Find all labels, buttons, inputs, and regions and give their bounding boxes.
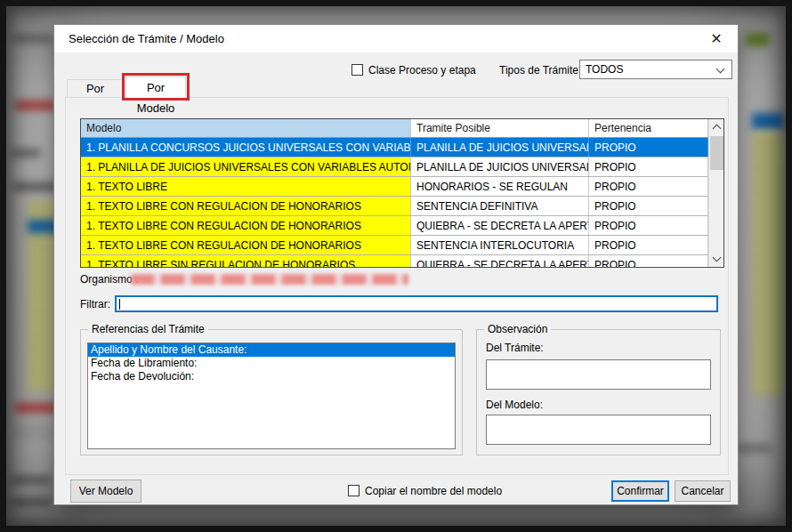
scroll-down-icon[interactable] (709, 252, 724, 267)
cell-pertenencia: PROPIO (589, 236, 708, 254)
cell-pertenencia: PROPIO (589, 216, 708, 235)
table-row[interactable]: 1. TEXTO LIBRE CON REGULACION DE HONORAR… (81, 236, 708, 255)
observacion-title: Observación (484, 323, 551, 335)
cell-pertenencia: PROPIO (589, 138, 708, 157)
del-modelo-label: Del Modelo: (486, 399, 543, 411)
tipos-tramite-select[interactable]: TODOS (579, 60, 732, 79)
cell-tramite: QUIEBRA - SE DECRETA LA APERT... (411, 255, 589, 267)
cell-pertenencia: PROPIO (589, 157, 708, 176)
confirmar-button[interactable]: Confirmar (611, 480, 669, 502)
tipos-tramite-value: TODOS (586, 63, 623, 76)
cell-tramite: SENTENCIA INTERLOCUTORIA (411, 236, 589, 254)
clase-proceso-label: Clase Proceso y etapa (368, 64, 476, 77)
tab-por-tramite[interactable]: Por Tramite (67, 79, 124, 98)
bg-red-text-blur (15, 101, 56, 110)
bg-right-selected-row-blur (752, 113, 784, 130)
observacion-groupbox: Observación Del Trámite: Del Modelo: (476, 329, 721, 455)
clase-proceso-checkbox[interactable] (352, 64, 363, 76)
tab-por-modelo[interactable]: Por Modelo (125, 77, 186, 98)
cell-pertenencia: PROPIO (589, 255, 708, 267)
chevron-down-icon (716, 65, 725, 74)
organismo-label: Organismo : (80, 273, 138, 286)
modelos-table: Modelo Tramite Posible Pertenencia 1. PL… (80, 118, 724, 268)
filter-input[interactable] (115, 295, 718, 312)
del-modelo-textarea[interactable] (486, 415, 711, 445)
copiar-nombre-label: Copiar el nombre del modelo (365, 485, 502, 497)
cell-tramite: HONORARIOS - SE REGULAN (411, 177, 589, 196)
text-caret (119, 299, 120, 310)
table-row[interactable]: 1. TEXTO LIBRE HONORARIOS - SE REGULAN P… (81, 177, 708, 197)
bg-right-list-blur (752, 132, 784, 395)
screen: Selección de Trámite / Modelo ✕ Clase Pr… (0, 0, 792, 532)
cancelar-button[interactable]: Cancelar (675, 480, 731, 502)
cell-tramite: QUIEBRA - SE DECRETA LA APERT... (411, 216, 589, 235)
bg-green-button-blur (746, 33, 769, 46)
cell-tramite: SENTENCIA DEFINITIVA (411, 197, 589, 215)
cell-modelo: 1. PLANILLA CONCURSOS JUICIOS UNIVERSALE… (81, 138, 411, 157)
copiar-nombre-checkbox[interactable] (348, 485, 360, 496)
del-tramite-label: Del Trámite: (486, 342, 544, 354)
column-header-pertenencia[interactable]: Pertenencia (589, 119, 708, 137)
organismo-value-redacted (131, 274, 408, 285)
list-item[interactable]: Fecha de Devolución: (88, 370, 455, 383)
table-row[interactable]: 1. TEXTO LIBRE CON REGULACION DE HONORAR… (81, 197, 708, 216)
list-item[interactable]: Fecha de Libramiento: (88, 357, 455, 370)
table-row[interactable]: 1. TEXTO LIBRE CON REGULACION DE HONORAR… (81, 216, 708, 236)
cell-modelo: 1. TEXTO LIBRE CON REGULACION DE HONORAR… (81, 236, 411, 254)
table-vertical-scrollbar[interactable] (708, 119, 723, 267)
cell-pertenencia: PROPIO (589, 177, 708, 196)
cell-modelo: 1. TEXTO LIBRE CON REGULACION DE HONORAR… (81, 197, 411, 215)
bg-row-blur (736, 444, 772, 453)
seleccion-tramite-modelo-dialog: Selección de Trámite / Modelo ✕ Clase Pr… (53, 24, 739, 505)
column-header-tramite-posible[interactable]: Tramite Posible (411, 119, 589, 137)
cell-modelo: 1. PLANILLA DE JUICIOS UNIVERSALES CON V… (81, 157, 411, 176)
cell-tramite: PLANILLA DE JUICIOS UNIVERSALES (411, 138, 589, 157)
tab-panel: Modelo Tramite Posible Pertenencia 1. PL… (65, 97, 729, 475)
ver-modelo-button[interactable]: Ver Modelo (70, 480, 141, 503)
filtrar-label: Filtrar: (80, 298, 110, 310)
tipos-tramite-label: Tipos de Trámite: (499, 64, 581, 77)
bg-window-title-blur (13, 35, 53, 43)
close-icon[interactable]: ✕ (704, 25, 729, 52)
modelos-table-body: Modelo Tramite Posible Pertenencia 1. PL… (81, 119, 708, 267)
cell-pertenencia: PROPIO (589, 197, 708, 215)
column-header-modelo[interactable]: Modelo (81, 119, 411, 137)
cell-tramite: PLANILLA DE JUICIOS UNIVERSALES (411, 157, 589, 176)
cell-modelo: 1. TEXTO LIBRE SIN REGULACION DE HONORAR… (81, 255, 411, 267)
dialog-title: Selección de Trámite / Modelo (69, 25, 224, 52)
cell-modelo: 1. TEXTO LIBRE (81, 177, 411, 196)
dialog-titlebar: Selección de Trámite / Modelo ✕ (54, 25, 738, 52)
referencias-groupbox: Referencias del Trámite Apellido y Nombr… (80, 329, 463, 455)
list-item[interactable]: Apellido y Nombre del Causante: (88, 343, 455, 357)
table-row[interactable]: 1. PLANILLA DE JUICIOS UNIVERSALES CON V… (81, 157, 708, 177)
table-row[interactable]: 1. PLANILLA CONCURSOS JUICIOS UNIVERSALE… (81, 138, 708, 157)
bg-button-blur (13, 426, 58, 438)
scroll-up-icon[interactable] (709, 119, 724, 134)
bg-row-blur (12, 498, 51, 506)
table-row[interactable]: 1. TEXTO LIBRE SIN REGULACION DE HONORAR… (81, 255, 708, 267)
table-header-row: Modelo Tramite Posible Pertenencia (81, 119, 708, 138)
bg-row-blur (12, 476, 51, 484)
referencias-listbox: Apellido y Nombre del Causante: Fecha de… (87, 343, 456, 449)
bg-menu-blur (12, 149, 40, 157)
del-tramite-textarea[interactable] (486, 359, 711, 390)
referencias-title: Referencias del Trámite (88, 323, 208, 335)
scrollbar-thumb[interactable] (710, 136, 723, 170)
cell-modelo: 1. TEXTO LIBRE CON REGULACION DE HONORAR… (81, 216, 411, 235)
